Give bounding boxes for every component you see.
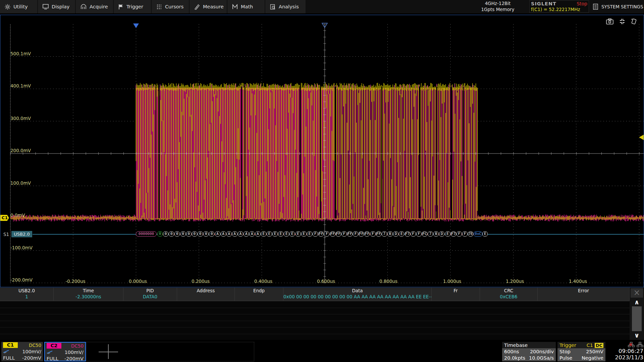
table-row[interactable] [0, 308, 644, 314]
channel-1-offset: -200mV [22, 355, 41, 361]
timebase-scale: 200ns/div [530, 349, 554, 354]
col-usb: USB2.0 [0, 288, 54, 294]
waveform-canvas [0, 15, 644, 288]
decode-token: E [284, 231, 289, 237]
x-axis-label: -0.200us [62, 279, 89, 284]
menu-analysis[interactable]: Analysis [265, 0, 306, 13]
trigger-type: Pulse [559, 355, 572, 361]
decode-token: FF [359, 231, 364, 237]
cell-address [177, 294, 235, 301]
clock-box: 09:06:27 2023/11/3 [607, 342, 643, 361]
y-axis-label: -200.0mV [10, 278, 33, 283]
decode-token: E [289, 231, 295, 237]
decode-token: FF [318, 231, 324, 237]
menu-cursors[interactable]: Cursors [152, 0, 189, 13]
cell-data: 0x00 00 00 00 00 00 00 00 00 AA AA AA AA… [283, 294, 432, 301]
lan-disconnected-icon [628, 342, 635, 347]
decode-token: A [255, 231, 261, 237]
table-close-button[interactable]: × [631, 288, 643, 298]
table-row[interactable] [0, 327, 644, 334]
col-error: Error [538, 288, 630, 294]
decode-token: A [249, 231, 255, 237]
table-row[interactable] [0, 314, 644, 321]
channel-1-tab: C1 [3, 342, 18, 348]
decode-token: F [462, 231, 468, 237]
display-icon [43, 4, 49, 9]
channel-2-coupling: DC50 [71, 343, 84, 349]
decode-token: A [244, 231, 249, 237]
menu-display-label: Display [52, 4, 69, 9]
y-axis-label: 300.0mV [10, 116, 31, 121]
menu-utility[interactable]: Utility [0, 0, 37, 13]
plus-icon [99, 344, 118, 360]
channel-1-box[interactable]: C1 DC50 100mV/ FULL -200mV [1, 342, 43, 361]
clock-date: 2023/11/3 [607, 354, 643, 361]
rotate-screen-icon[interactable] [631, 18, 637, 24]
trigger-slope: Negative [582, 355, 603, 361]
menu-display[interactable]: Display [38, 0, 75, 13]
menu-measure[interactable]: Measure [190, 0, 227, 13]
serial-bus-name[interactable]: USB2.0 [11, 231, 32, 237]
waveform-display-area[interactable]: 500.1mV 400.1mV 300.0mV 200.0mV 100.0mV … [0, 15, 644, 287]
x-axis-label: 0.400us [250, 279, 277, 284]
timebase-delay: 600ns [504, 349, 519, 354]
trigger-source: C1 [587, 343, 593, 348]
decode-token: A [226, 231, 232, 237]
camera-icon[interactable] [606, 18, 613, 24]
resize-icon[interactable] [619, 18, 626, 24]
decode-token: E [482, 231, 488, 237]
menu-math[interactable]: Math [227, 0, 265, 13]
y-axis-label: -100.0mV [10, 245, 33, 250]
scroll-up-button[interactable]: ∧ [631, 298, 643, 306]
decode-token: 0000000 [136, 231, 157, 237]
decode-token: F [341, 231, 347, 237]
decode-token: A [232, 231, 237, 237]
menu-utility-label: Utility [13, 4, 28, 9]
decode-token: FF [336, 231, 341, 237]
menu-trigger[interactable]: Trigger [114, 0, 151, 13]
menu-acquire[interactable]: Acquire [76, 0, 113, 13]
decode-token: 0 [169, 231, 174, 237]
table-row[interactable] [0, 301, 644, 308]
decode-token: FF [347, 231, 353, 237]
scroll-thumb[interactable] [632, 306, 642, 331]
menu-trigger-label: Trigger [126, 4, 143, 9]
decode-token: B [433, 231, 439, 237]
timebase-box[interactable]: Timebase 600ns 200ns/div 20.0kpts 10.0GS… [502, 342, 556, 361]
add-channel-area[interactable] [86, 342, 254, 361]
table-row[interactable] [0, 334, 644, 341]
channel-1-bandwidth: FULL [3, 355, 15, 361]
y-axis-label: 0.0mV [10, 213, 25, 218]
decode-token: E [278, 231, 283, 237]
decode-token: 0xC [474, 231, 482, 237]
decode-token: E [296, 231, 301, 237]
decode-token: 0 [157, 231, 163, 237]
memory-label: 1Gpts Memory [469, 6, 527, 12]
list-icon [593, 4, 598, 10]
table-header-row: USB2.0 Time PID Address Endp Data Fr CRC… [0, 288, 644, 294]
invert-slope-icon [3, 350, 10, 353]
trigger-box[interactable]: Trigger C1 DC Stop 250mV Pulse Negative [557, 342, 605, 361]
timebase-label: Timebase [504, 343, 528, 348]
bottom-status-bar: C1 DC50 100mV/ FULL -200mV C2 DC50 100mV… [0, 340, 644, 362]
table-row[interactable] [0, 321, 644, 327]
decode-token: 0 [203, 231, 209, 237]
table-row[interactable]: 1 -2.30000ns DATA0 0x00 00 00 00 00 00 0… [0, 294, 644, 301]
menu-analysis-label: Analysis [279, 4, 299, 9]
acquire-icon [80, 4, 87, 9]
decode-token: 0 [209, 231, 214, 237]
decode-token: E [267, 231, 272, 237]
decode-token: 0 [192, 231, 197, 237]
decode-token: 0 [198, 231, 203, 237]
acquisition-state: Stop [577, 1, 587, 6]
trigger-level: 250mV [586, 349, 603, 354]
invert-slope-icon [47, 350, 53, 354]
decode-token: 7E [468, 231, 473, 237]
decode-token: F7 [451, 231, 456, 237]
scroll-down-button[interactable]: ∨ [631, 332, 643, 339]
channel-2-box[interactable]: C2 DC50 100mV/ FULL -200mV [44, 342, 86, 361]
table-scrollbar: × ∧ ∨ [630, 288, 644, 340]
decode-token: 7 [428, 231, 433, 237]
menu-math-label: Math [241, 4, 253, 9]
system-settings-button[interactable]: SYSTEM SETTINGS [593, 0, 643, 13]
